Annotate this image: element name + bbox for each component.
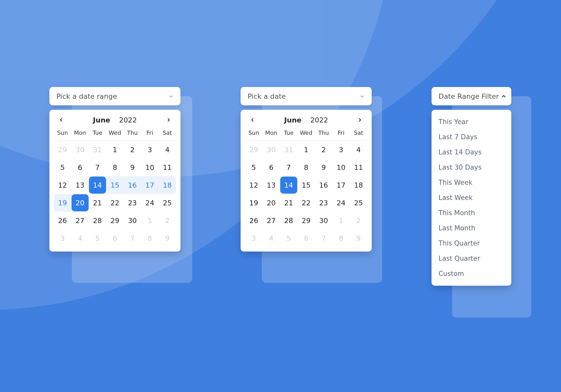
day[interactable]: 9	[124, 159, 141, 176]
filter-option[interactable]: Custom	[432, 266, 511, 281]
day[interactable]: 9	[315, 159, 332, 176]
day[interactable]: 10	[332, 159, 350, 176]
day[interactable]: 30	[315, 212, 332, 229]
day[interactable]: 5	[89, 230, 106, 247]
day[interactable]: 24	[332, 194, 350, 211]
day[interactable]: 13	[263, 177, 280, 194]
day[interactable]: 7	[280, 159, 297, 176]
date-range-input[interactable]: Pick a date range	[49, 87, 180, 105]
day[interactable]: 23	[315, 194, 332, 211]
next-month-button[interactable]	[355, 115, 364, 124]
filter-option[interactable]: Last Quarter	[432, 251, 511, 266]
day[interactable]: 12	[54, 177, 71, 194]
day[interactable]: 9	[159, 230, 176, 247]
day[interactable]: 20	[263, 194, 280, 211]
day[interactable]: 30	[263, 141, 280, 158]
prev-month-button[interactable]	[57, 115, 66, 124]
day[interactable]: 6	[72, 159, 89, 176]
next-month-button[interactable]	[164, 115, 173, 124]
day[interactable]: 1	[141, 212, 158, 229]
day[interactable]: 16	[124, 177, 141, 194]
day[interactable]: 19	[54, 194, 71, 211]
day[interactable]: 5	[280, 230, 297, 247]
filter-option[interactable]: Last 30 Days	[432, 160, 511, 175]
day[interactable]: 8	[332, 230, 350, 247]
prev-month-button[interactable]	[248, 115, 257, 124]
day[interactable]: 28	[89, 212, 106, 229]
filter-option[interactable]: This Week	[432, 175, 511, 190]
filter-option[interactable]: Last Month	[432, 221, 511, 236]
day[interactable]: 11	[159, 159, 176, 176]
day[interactable]: 1	[106, 141, 123, 158]
day[interactable]: 9	[350, 230, 367, 247]
day[interactable]: 30	[124, 212, 141, 229]
day[interactable]: 5	[245, 159, 262, 176]
day[interactable]: 8	[298, 159, 315, 176]
day[interactable]: 7	[89, 159, 106, 176]
day[interactable]: 17	[332, 177, 350, 194]
day[interactable]: 18	[159, 177, 176, 194]
day[interactable]: 6	[298, 230, 315, 247]
filter-option[interactable]: This Year	[432, 114, 511, 129]
day[interactable]: 29	[54, 141, 71, 158]
day[interactable]: 29	[298, 212, 315, 229]
day[interactable]: 31	[89, 141, 106, 158]
day[interactable]: 21	[280, 194, 297, 211]
day[interactable]: 3	[141, 141, 158, 158]
day[interactable]: 29	[106, 212, 123, 229]
day[interactable]: 27	[263, 212, 280, 229]
day[interactable]: 2	[159, 212, 176, 229]
day[interactable]: 26	[245, 212, 262, 229]
day[interactable]: 13	[72, 177, 89, 194]
day[interactable]: 4	[263, 230, 280, 247]
day[interactable]: 18	[350, 177, 367, 194]
day[interactable]: 7	[315, 230, 332, 247]
day[interactable]: 29	[245, 141, 262, 158]
day[interactable]: 11	[350, 159, 367, 176]
day[interactable]: 4	[350, 141, 367, 158]
day[interactable]: 3	[332, 141, 350, 158]
day[interactable]: 7	[124, 230, 141, 247]
day[interactable]: 21	[89, 194, 106, 211]
day[interactable]: 2	[315, 141, 332, 158]
day[interactable]: 25	[159, 194, 176, 211]
day[interactable]: 22	[106, 194, 123, 211]
day[interactable]: 26	[54, 212, 71, 229]
day[interactable]: 4	[159, 141, 176, 158]
day[interactable]: 8	[141, 230, 158, 247]
filter-option[interactable]: This Quarter	[432, 236, 511, 251]
day[interactable]: 1	[332, 212, 350, 229]
filter-toggle[interactable]: Date Range Filter	[432, 87, 511, 105]
day[interactable]: 3	[54, 230, 71, 247]
day[interactable]: 23	[124, 194, 141, 211]
day[interactable]: 2	[124, 141, 141, 158]
day[interactable]: 16	[315, 177, 332, 194]
day[interactable]: 24	[141, 194, 158, 211]
filter-option[interactable]: Last 7 Days	[432, 129, 511, 145]
date-input[interactable]: Pick a date	[241, 87, 372, 105]
day[interactable]: 10	[141, 159, 158, 176]
day[interactable]: 12	[245, 177, 262, 194]
day[interactable]: 27	[72, 212, 89, 229]
day[interactable]: 19	[245, 194, 262, 211]
day[interactable]: 15	[298, 177, 315, 194]
day[interactable]: 6	[263, 159, 280, 176]
day[interactable]: 3	[245, 230, 262, 247]
day[interactable]: 2	[350, 212, 367, 229]
day[interactable]: 15	[106, 177, 123, 194]
day[interactable]: 31	[280, 141, 297, 158]
day[interactable]: 17	[141, 177, 158, 194]
day[interactable]: 28	[280, 212, 297, 229]
filter-option[interactable]: Last Week	[432, 190, 511, 205]
day[interactable]: 22	[298, 194, 315, 211]
filter-option[interactable]: This Month	[432, 205, 511, 221]
day[interactable]: 14	[280, 177, 297, 194]
day[interactable]: 8	[106, 159, 123, 176]
day[interactable]: 14	[89, 177, 106, 194]
day[interactable]: 30	[72, 141, 89, 158]
day[interactable]: 25	[350, 194, 367, 211]
day[interactable]: 1	[298, 141, 315, 158]
day[interactable]: 5	[54, 159, 71, 176]
day[interactable]: 4	[72, 230, 89, 247]
day[interactable]: 20	[72, 194, 89, 211]
